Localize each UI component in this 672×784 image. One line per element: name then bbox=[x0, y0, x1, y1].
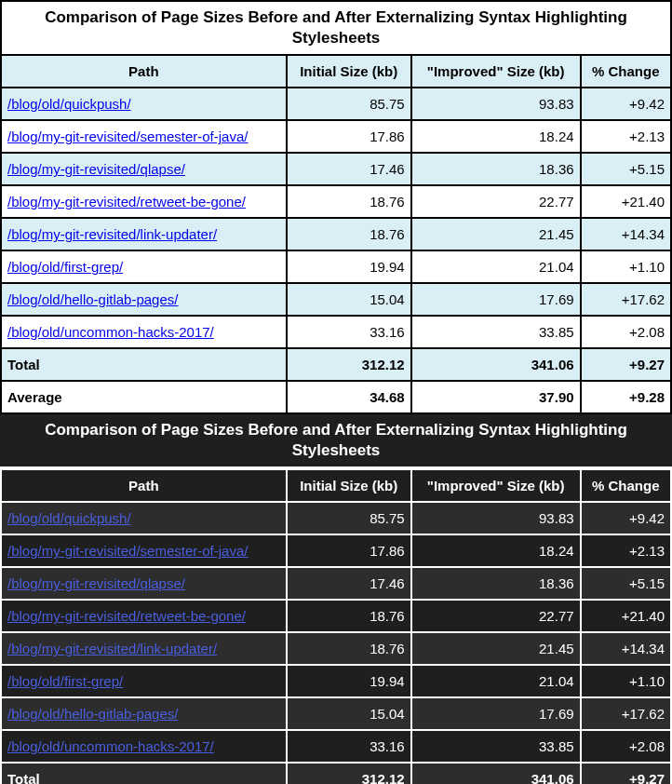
table-row: /blog/old/uncommon-hacks-2017/33.1633.85… bbox=[1, 730, 671, 763]
cell-initial: 18.76 bbox=[287, 600, 411, 632]
table-row: /blog/old/first-grep/19.9421.04+1.10 bbox=[1, 665, 671, 697]
summary-row: Total312.12341.06+9.27 bbox=[1, 348, 671, 381]
cell-change: +2.13 bbox=[581, 534, 671, 567]
cell-improved: 18.24 bbox=[411, 534, 581, 567]
cell-path: /blog/old/hello-gitlab-pages/ bbox=[1, 697, 287, 730]
cell-improved: 21.04 bbox=[411, 665, 581, 697]
path-link[interactable]: /blog/my-git-revisited/qlapse/ bbox=[7, 575, 185, 591]
table-row: /blog/my-git-revisited/qlapse/17.4618.36… bbox=[1, 567, 671, 600]
comparison-table-dark: Comparison of Page Sizes Before and Afte… bbox=[0, 414, 672, 784]
cell-change: +14.34 bbox=[581, 632, 671, 665]
cell-initial: 18.76 bbox=[287, 185, 411, 218]
table-caption: Comparison of Page Sizes Before and Afte… bbox=[0, 414, 672, 468]
table-row: /blog/my-git-revisited/retweet-be-gone/1… bbox=[1, 185, 671, 218]
cell-path: /blog/old/quickpush/ bbox=[1, 502, 287, 534]
col-header-improved: "Improved" Size (kb) bbox=[411, 55, 581, 88]
path-link[interactable]: /blog/old/hello-gitlab-pages/ bbox=[7, 291, 178, 307]
cell-change: +21.40 bbox=[581, 600, 671, 632]
path-link[interactable]: /blog/my-git-revisited/semester-of-java/ bbox=[7, 543, 248, 559]
cell-path: /blog/old/first-grep/ bbox=[1, 665, 287, 697]
col-header-change: % Change bbox=[581, 55, 671, 88]
cell-improved: 21.45 bbox=[411, 632, 581, 665]
table-row: /blog/old/first-grep/19.9421.04+1.10 bbox=[1, 250, 671, 283]
cell-path: /blog/my-git-revisited/qlapse/ bbox=[1, 153, 287, 185]
cell-change: +2.13 bbox=[581, 120, 671, 153]
comparison-table-light: Comparison of Page Sizes Before and Afte… bbox=[0, 0, 672, 414]
path-link[interactable]: /blog/old/first-grep/ bbox=[7, 259, 123, 275]
cell-initial: 85.75 bbox=[287, 502, 411, 534]
table-row: /blog/old/quickpush/85.7593.83+9.42 bbox=[1, 502, 671, 534]
table-row: /blog/old/hello-gitlab-pages/15.0417.69+… bbox=[1, 283, 671, 316]
path-link[interactable]: /blog/my-git-revisited/retweet-be-gone/ bbox=[7, 608, 246, 624]
cell-path: /blog/old/uncommon-hacks-2017/ bbox=[1, 730, 287, 763]
cell-initial: 33.16 bbox=[287, 730, 411, 763]
cell-improved: 21.45 bbox=[411, 218, 581, 250]
cell-initial: 17.86 bbox=[287, 120, 411, 153]
path-link[interactable]: /blog/old/first-grep/ bbox=[7, 673, 123, 689]
table-row: /blog/my-git-revisited/retweet-be-gone/1… bbox=[1, 600, 671, 632]
cell-path: /blog/my-git-revisited/link-updater/ bbox=[1, 218, 287, 250]
cell-initial: 17.46 bbox=[287, 153, 411, 185]
path-link[interactable]: /blog/my-git-revisited/link-updater/ bbox=[7, 226, 217, 242]
path-link[interactable]: /blog/my-git-revisited/semester-of-java/ bbox=[7, 128, 248, 144]
cell-initial: 15.04 bbox=[287, 697, 411, 730]
summary-label: Total bbox=[1, 348, 287, 381]
cell-change: +1.10 bbox=[581, 250, 671, 283]
summary-change: +9.27 bbox=[581, 763, 671, 784]
path-link[interactable]: /blog/my-git-revisited/link-updater/ bbox=[7, 641, 217, 656]
cell-change: +2.08 bbox=[581, 316, 671, 348]
cell-change: +9.42 bbox=[581, 502, 671, 534]
cell-initial: 15.04 bbox=[287, 283, 411, 316]
cell-improved: 93.83 bbox=[411, 88, 581, 120]
cell-initial: 17.46 bbox=[287, 567, 411, 600]
cell-change: +5.15 bbox=[581, 567, 671, 600]
path-link[interactable]: /blog/my-git-revisited/qlapse/ bbox=[7, 161, 185, 177]
cell-improved: 22.77 bbox=[411, 185, 581, 218]
summary-improved: 341.06 bbox=[411, 348, 581, 381]
cell-initial: 85.75 bbox=[287, 88, 411, 120]
summary-change: +9.28 bbox=[581, 381, 671, 413]
cell-path: /blog/my-git-revisited/retweet-be-gone/ bbox=[1, 600, 287, 632]
cell-change: +14.34 bbox=[581, 218, 671, 250]
cell-improved: 93.83 bbox=[411, 502, 581, 534]
table-row: /blog/old/uncommon-hacks-2017/33.1633.85… bbox=[1, 316, 671, 348]
cell-path: /blog/my-git-revisited/qlapse/ bbox=[1, 567, 287, 600]
cell-change: +17.62 bbox=[581, 283, 671, 316]
cell-change: +5.15 bbox=[581, 153, 671, 185]
col-header-path: Path bbox=[1, 469, 287, 502]
summary-initial: 34.68 bbox=[287, 381, 411, 413]
cell-initial: 18.76 bbox=[287, 218, 411, 250]
summary-initial: 312.12 bbox=[287, 348, 411, 381]
cell-improved: 22.77 bbox=[411, 600, 581, 632]
cell-change: +17.62 bbox=[581, 697, 671, 730]
table-row: /blog/old/hello-gitlab-pages/15.0417.69+… bbox=[1, 697, 671, 730]
cell-initial: 18.76 bbox=[287, 632, 411, 665]
col-header-initial: Initial Size (kb) bbox=[287, 55, 411, 88]
table-row: /blog/my-git-revisited/link-updater/18.7… bbox=[1, 218, 671, 250]
cell-path: /blog/old/uncommon-hacks-2017/ bbox=[1, 316, 287, 348]
summary-label: Total bbox=[1, 763, 287, 784]
table-caption: Comparison of Page Sizes Before and Afte… bbox=[0, 0, 672, 54]
cell-path: /blog/my-git-revisited/semester-of-java/ bbox=[1, 120, 287, 153]
cell-improved: 33.85 bbox=[411, 730, 581, 763]
path-link[interactable]: /blog/old/quickpush/ bbox=[7, 96, 131, 112]
path-link[interactable]: /blog/old/hello-gitlab-pages/ bbox=[7, 706, 178, 722]
summary-label: Average bbox=[1, 381, 287, 413]
table-row: /blog/my-git-revisited/semester-of-java/… bbox=[1, 534, 671, 567]
table-row: /blog/old/quickpush/85.7593.83+9.42 bbox=[1, 88, 671, 120]
summary-improved: 341.06 bbox=[411, 763, 581, 784]
table-row: /blog/my-git-revisited/semester-of-java/… bbox=[1, 120, 671, 153]
table-row: /blog/my-git-revisited/qlapse/17.4618.36… bbox=[1, 153, 671, 185]
table-row: /blog/my-git-revisited/link-updater/18.7… bbox=[1, 632, 671, 665]
cell-change: +21.40 bbox=[581, 185, 671, 218]
path-link[interactable]: /blog/old/uncommon-hacks-2017/ bbox=[7, 738, 214, 754]
cell-path: /blog/old/hello-gitlab-pages/ bbox=[1, 283, 287, 316]
path-link[interactable]: /blog/old/uncommon-hacks-2017/ bbox=[7, 324, 214, 340]
col-header-path: Path bbox=[1, 55, 287, 88]
summary-row: Total312.12341.06+9.27 bbox=[1, 763, 671, 784]
cell-improved: 33.85 bbox=[411, 316, 581, 348]
cell-improved: 21.04 bbox=[411, 250, 581, 283]
summary-improved: 37.90 bbox=[411, 381, 581, 413]
path-link[interactable]: /blog/my-git-revisited/retweet-be-gone/ bbox=[7, 194, 246, 210]
path-link[interactable]: /blog/old/quickpush/ bbox=[7, 510, 131, 526]
